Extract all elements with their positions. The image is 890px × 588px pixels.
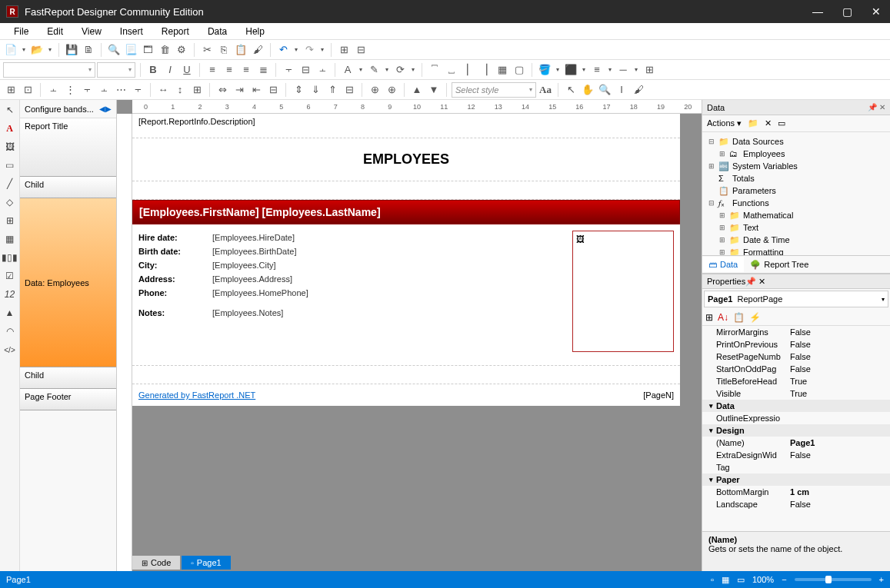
text-tool-icon[interactable]: A	[3, 121, 17, 135]
expand-icon[interactable]: ▶	[105, 105, 112, 113]
valign-top-icon[interactable]: ⫟	[281, 62, 296, 78]
property-grid[interactable]: MirrorMarginsFalsePrintOnPreviousFalseRe…	[702, 326, 890, 531]
matrix-tool-icon[interactable]: ▦	[3, 232, 17, 246]
align-center-icon[interactable]: ≡	[222, 62, 237, 78]
tab-code[interactable]: ⊞Code	[132, 556, 180, 570]
checkbox-tool-icon[interactable]: ☑	[3, 269, 17, 283]
expand-icon[interactable]: ⊞	[718, 248, 726, 255]
text-edit-icon[interactable]: I	[614, 82, 629, 98]
tree-item[interactable]: ⊞📁Mathematical	[707, 209, 885, 221]
align-m-icon[interactable]: ⋯	[113, 82, 128, 98]
center-v-icon[interactable]: ⊕	[384, 82, 399, 98]
space-v-icon[interactable]: ⇕	[291, 82, 306, 98]
description-textbox[interactable]: [Report.ReportInfo.Description]	[132, 114, 680, 138]
picture-tool-icon[interactable]: 🖼	[3, 140, 17, 154]
border-bottom-icon[interactable]: ⎵	[444, 62, 459, 78]
prop-category[interactable]: ▾Paper	[702, 473, 890, 486]
prop-value[interactable]: True	[787, 377, 890, 386]
line-width-icon[interactable]: ≡	[589, 62, 605, 78]
sb-units-icon[interactable]: ▫	[711, 575, 714, 584]
font-combo[interactable]: ▾	[3, 62, 95, 78]
data-band-area[interactable]: Hire date:[Employees.HireDate]Birth date…	[132, 224, 680, 366]
expand-icon[interactable]: ⊞	[718, 236, 726, 244]
tree-item[interactable]: ⊞📁Text	[707, 221, 885, 234]
line-style-icon[interactable]: ─	[615, 62, 631, 78]
open-icon[interactable]: 📂	[29, 42, 45, 58]
prop-value[interactable]: False	[787, 500, 890, 509]
expand-icon[interactable]: ⊞	[718, 211, 726, 219]
valign-middle-icon[interactable]: ⊟	[298, 62, 313, 78]
group-icon[interactable]: ⊞	[336, 42, 352, 58]
tree-item[interactable]: ⊞🔤System Variables	[707, 160, 885, 172]
expand-icon[interactable]: ⊟	[707, 199, 715, 207]
band-child2[interactable]: Child	[20, 367, 116, 389]
close-button[interactable]: ✕	[868, 5, 884, 18]
prop-category[interactable]: ▾Design	[702, 424, 890, 437]
expand-icon[interactable]: ⊞	[707, 162, 715, 170]
prop-row[interactable]: StartOnOddPagFalse	[702, 363, 890, 375]
border-top-icon[interactable]: ⎴	[427, 62, 442, 78]
sb-grid-icon[interactable]: ▦	[722, 575, 729, 585]
maximize-button[interactable]: ▢	[839, 5, 855, 18]
italic-icon[interactable]: I	[162, 62, 178, 78]
minimize-button[interactable]: —	[810, 5, 825, 18]
menu-view[interactable]: View	[72, 25, 111, 38]
prop-value[interactable]: False	[787, 364, 890, 374]
space-h-dec-icon[interactable]: ⇤	[248, 82, 264, 98]
prop-row[interactable]: (Name)Page1	[702, 437, 890, 449]
styles-icon[interactable]: Aa	[538, 82, 553, 98]
border-none-icon[interactable]: ▢	[512, 62, 527, 78]
bold-icon[interactable]: B	[145, 62, 161, 78]
band-page-footer[interactable]: Page Footer	[20, 389, 116, 410]
space-v-rem-icon[interactable]: ⊟	[342, 82, 357, 98]
prop-value[interactable]: True	[787, 389, 890, 398]
paste-icon[interactable]: 📋	[233, 42, 248, 58]
menu-file[interactable]: File	[5, 25, 38, 38]
style-combo[interactable]: Select style▾	[452, 82, 536, 98]
barcode-tool-icon[interactable]: ▮▯▮	[3, 251, 17, 264]
band-child1[interactable]: Child	[20, 177, 116, 198]
menu-data[interactable]: Data	[198, 25, 236, 38]
align-c-icon[interactable]: ⋮	[62, 82, 78, 98]
prop-value[interactable]: False	[787, 450, 890, 460]
align-r-icon[interactable]: ⫟	[79, 82, 95, 98]
zoom-out-icon[interactable]: −	[782, 575, 786, 584]
border-all-icon[interactable]: ▦	[495, 62, 510, 78]
object-selector[interactable]: Page1 ReportPage▾	[704, 291, 888, 307]
zoom-icon[interactable]: 🔍	[597, 82, 612, 98]
copy-icon[interactable]: ⎘	[216, 42, 232, 58]
categorized-icon[interactable]: ⊞	[705, 312, 713, 323]
band-report-title[interactable]: Report Title	[20, 118, 116, 177]
prop-row[interactable]: LandscapeFalse	[702, 498, 890, 510]
text-color-dropdown[interactable]: ▾	[357, 66, 365, 73]
report-page[interactable]: [Report.ReportInfo.Description] EMPLOYEE…	[132, 114, 680, 406]
collapse-icon[interactable]: ◀	[99, 105, 105, 113]
zoom-slider[interactable]	[795, 578, 872, 581]
pin-icon[interactable]: 📌 ✕	[868, 103, 885, 111]
new-icon[interactable]: 📄	[3, 42, 18, 58]
grid-icon[interactable]: ⊞	[3, 82, 18, 98]
send-back-icon[interactable]: ▼	[426, 82, 442, 98]
props-pin-icon[interactable]: 📌 ✕	[745, 277, 765, 287]
text-color-icon[interactable]: A	[340, 62, 355, 78]
page-new-icon[interactable]: 📃	[123, 42, 138, 58]
chevron-down-icon[interactable]: ▾	[705, 402, 716, 410]
tree-item[interactable]: ΣTotals	[707, 172, 885, 184]
menu-edit[interactable]: Edit	[38, 25, 72, 38]
valign-bottom-icon[interactable]: ⫠	[315, 62, 330, 78]
tree-item[interactable]: ⊞📁Date & Time	[707, 234, 885, 246]
cut-icon[interactable]: ✂	[199, 42, 215, 58]
border-left-icon[interactable]: ⎢	[461, 62, 476, 78]
data-view-icon[interactable]: ▭	[778, 118, 785, 128]
prop-value[interactable]: False	[787, 352, 890, 361]
prop-value[interactable]: 1 cm	[787, 487, 890, 497]
align-left-icon[interactable]: ≡	[205, 62, 220, 78]
line-style-dropdown[interactable]: ▾	[632, 66, 640, 73]
footer-link[interactable]: Generated by FastReport .NET	[138, 390, 255, 400]
tab-report-tree[interactable]: 🌳Report Tree	[744, 257, 815, 273]
prop-value[interactable]: False	[787, 340, 890, 349]
page-delete-icon[interactable]: 🗑	[157, 42, 172, 58]
prop-category[interactable]: ▾Data	[702, 400, 890, 412]
new-dropdown[interactable]: ▾	[20, 46, 28, 53]
alphabetical-icon[interactable]: A↓	[718, 312, 728, 323]
